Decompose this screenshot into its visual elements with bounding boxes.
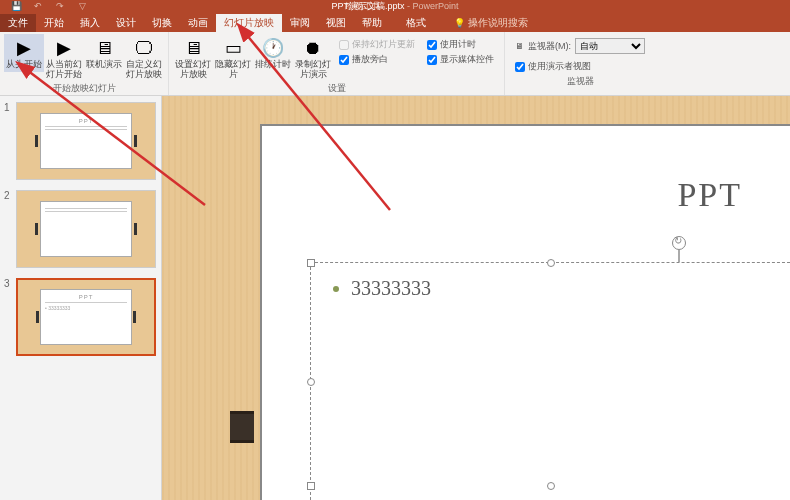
lightbulb-icon: 💡 <box>454 18 465 28</box>
resize-handle-bm[interactable] <box>547 482 555 490</box>
tab-file[interactable]: 文件 <box>0 14 36 32</box>
thumbnail-slot[interactable]: 1 PPT <box>4 102 157 180</box>
setup-checkboxes-2: 使用计时 显示媒体控件 <box>421 34 500 70</box>
from-beginning-button[interactable]: ▶ 从头开始 <box>4 34 44 72</box>
monitor-label: 监视器(M): <box>528 40 571 53</box>
setup-icon: 🖥 <box>181 36 205 60</box>
slide-editor[interactable]: PPT 33333333 <box>162 96 790 500</box>
slide-thumbnail-1[interactable]: PPT <box>16 102 156 180</box>
start-icon[interactable]: ▽ <box>74 1 90 11</box>
play-from-start-icon: ▶ <box>12 36 36 60</box>
group-label: 开始放映幻灯片 <box>53 82 116 96</box>
thumbnail-slot[interactable]: 3 PPT• 33333333 <box>4 278 157 356</box>
slide-title-text[interactable]: PPT <box>677 176 742 214</box>
group-label: 设置 <box>328 82 346 96</box>
hide-slide-button[interactable]: ▭ 隐藏幻灯片 <box>213 34 253 82</box>
main-area: 1 PPT 2 3 PPT• 33333333 PPT <box>0 96 790 500</box>
app-name: PowerPoint <box>413 1 459 11</box>
record-slideshow-button[interactable]: ⏺ 录制幻灯片演示 <box>293 34 333 82</box>
quick-access-toolbar: 💾 ↶ ↷ ▽ <box>8 0 90 11</box>
group-monitors: 🖥 监视器(M): 自动 使用演示者视图 监视器 <box>505 32 655 95</box>
tab-help[interactable]: 帮助 <box>354 14 390 32</box>
tab-home[interactable]: 开始 <box>36 14 72 32</box>
bullet-line[interactable]: 33333333 <box>333 277 431 300</box>
monitor-icon: 🖥 <box>515 41 524 51</box>
undo-icon[interactable]: ↶ <box>30 1 46 11</box>
play-from-current-icon: ▶ <box>52 36 76 60</box>
tab-insert[interactable]: 插入 <box>72 14 108 32</box>
slide-number: 1 <box>4 102 16 180</box>
tell-me-search[interactable]: 💡 操作说明搜索 <box>454 14 528 32</box>
slide-thumbnail-3[interactable]: PPT• 33333333 <box>16 278 156 356</box>
bullet-dot-icon <box>333 286 339 292</box>
hide-icon: ▭ <box>221 36 245 60</box>
resize-handle-tl[interactable] <box>307 259 315 267</box>
title-bar: 💾 ↶ ↷ ▽ 绘图工具 PPT演示文稿.pptx - PowerPoint <box>0 0 790 14</box>
custom-icon: 🖵 <box>132 36 156 60</box>
slide-side-handle <box>246 414 252 440</box>
monitor-select[interactable]: 自动 <box>575 38 645 54</box>
setup-slideshow-button[interactable]: 🖥 设置幻灯片放映 <box>173 34 213 82</box>
thumbnail-slot[interactable]: 2 <box>4 190 157 268</box>
keep-timings-checkbox[interactable]: 保持幻灯片更新 <box>339 38 415 51</box>
setup-checkboxes: 保持幻灯片更新 播放旁白 <box>333 34 421 70</box>
use-timings-checkbox[interactable]: 使用计时 <box>427 38 494 51</box>
tab-design[interactable]: 设计 <box>108 14 144 32</box>
group-setup: 🖥 设置幻灯片放映 ▭ 隐藏幻灯片 🕐 排练计时 ⏺ 录制幻灯片演示 保持幻灯片… <box>169 32 505 95</box>
tell-me-label: 操作说明搜索 <box>468 16 528 30</box>
redo-icon[interactable]: ↷ <box>52 1 68 11</box>
resize-handle-tm[interactable] <box>547 259 555 267</box>
ribbon-tabs: 文件 开始 插入 设计 切换 动画 幻灯片放映 审阅 视图 帮助 格式 💡 操作… <box>0 14 790 32</box>
slide-canvas[interactable]: PPT 33333333 <box>260 124 790 500</box>
clock-icon: 🕐 <box>261 36 285 60</box>
present-online-button[interactable]: 🖥 联机演示 <box>84 34 124 72</box>
slide-number: 2 <box>4 190 16 268</box>
group-start-slideshow: ▶ 从头开始 ▶ 从当前幻灯片开始 🖥 联机演示 🖵 自定义幻灯片放映 开始放映… <box>0 32 169 95</box>
group-label: 监视器 <box>567 75 594 89</box>
slide-thumbnail-2[interactable] <box>16 190 156 268</box>
resize-handle-ml[interactable] <box>307 378 315 386</box>
tab-slideshow[interactable]: 幻灯片放映 <box>216 14 282 32</box>
file-name: PPT演示文稿.pptx <box>331 1 404 11</box>
tab-view[interactable]: 视图 <box>318 14 354 32</box>
tab-animations[interactable]: 动画 <box>180 14 216 32</box>
rotate-handle-icon[interactable] <box>672 236 686 250</box>
ribbon: ▶ 从头开始 ▶ 从当前幻灯片开始 🖥 联机演示 🖵 自定义幻灯片放映 开始放映… <box>0 32 790 96</box>
online-icon: 🖥 <box>92 36 116 60</box>
tab-review[interactable]: 审阅 <box>282 14 318 32</box>
tab-format[interactable]: 格式 <box>398 14 434 32</box>
presenter-view-checkbox[interactable]: 使用演示者视图 <box>515 60 645 73</box>
media-controls-checkbox[interactable]: 显示媒体控件 <box>427 53 494 66</box>
slide-thumbnail-panel[interactable]: 1 PPT 2 3 PPT• 33333333 <box>0 96 162 500</box>
custom-slideshow-button[interactable]: 🖵 自定义幻灯片放映 <box>124 34 164 82</box>
from-current-button[interactable]: ▶ 从当前幻灯片开始 <box>44 34 84 82</box>
narrations-checkbox[interactable]: 播放旁白 <box>339 53 415 66</box>
window-title: PPT演示文稿.pptx - PowerPoint <box>331 0 458 13</box>
tab-transitions[interactable]: 切换 <box>144 14 180 32</box>
save-icon[interactable]: 💾 <box>8 1 24 11</box>
slide-number: 3 <box>4 278 16 356</box>
content-text-box[interactable]: 33333333 <box>310 262 790 500</box>
bullet-text[interactable]: 33333333 <box>351 277 431 300</box>
resize-handle-bl[interactable] <box>307 482 315 490</box>
rehearse-timings-button[interactable]: 🕐 排练计时 <box>253 34 293 72</box>
record-icon: ⏺ <box>301 36 325 60</box>
